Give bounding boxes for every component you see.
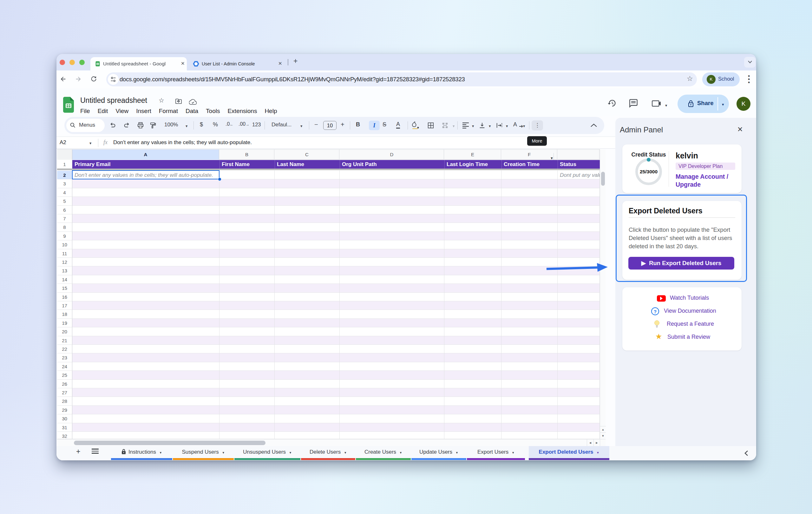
svg-text:25/3000: 25/3000 [640, 169, 658, 174]
